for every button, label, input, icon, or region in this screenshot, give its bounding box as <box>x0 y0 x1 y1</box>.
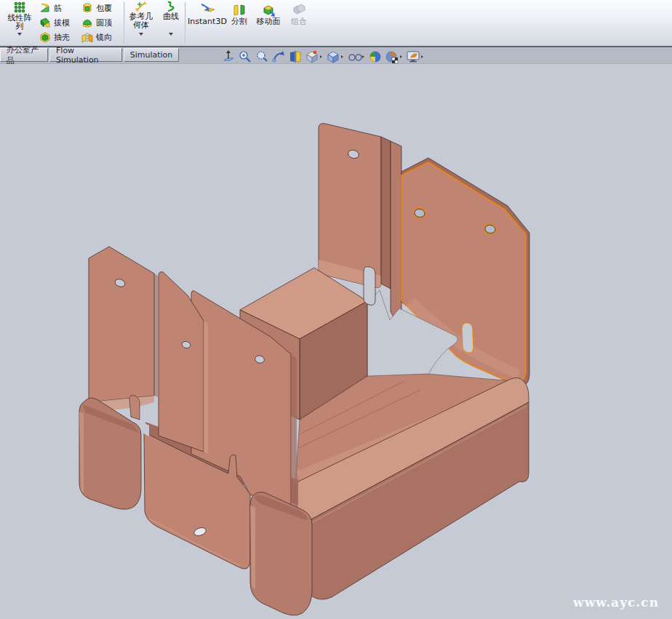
plate-a-face[interactable] <box>89 247 154 402</box>
dome-label: 圆顶 <box>96 17 112 28</box>
toolbar-separator <box>124 2 125 43</box>
combine-button: 组合 <box>287 3 311 26</box>
edit-appearance-icon[interactable] <box>367 49 383 65</box>
right-plate-notch <box>462 323 473 353</box>
features-toolbar: 线性阵列 筋 拔模 抽壳 <box>0 0 672 47</box>
tab-office-products[interactable]: 办公室产品 <box>0 48 48 62</box>
reference-geometry-button[interactable]: 参考几何体 <box>126 1 156 36</box>
view-settings-icon[interactable] <box>405 49 425 65</box>
tab-simulation[interactable]: Simulation <box>124 48 179 62</box>
linear-pattern-label: 线性阵列 <box>7 14 33 31</box>
shell-icon <box>39 31 51 43</box>
draft-label: 拔模 <box>54 17 70 28</box>
headsup-view-toolbar <box>220 49 425 65</box>
zoom-in-out-icon[interactable] <box>254 49 270 65</box>
move-face-label: 移动面 <box>257 17 281 26</box>
plate-b-edge <box>204 321 208 454</box>
chevron-down-icon[interactable] <box>139 33 143 36</box>
mirror-icon <box>81 31 93 43</box>
curves-label: 曲线 <box>163 12 179 21</box>
section-view-icon[interactable] <box>287 49 303 65</box>
wrap-icon <box>81 2 93 14</box>
fold-strip[interactable] <box>391 141 401 333</box>
shell-label: 抽壳 <box>54 32 70 43</box>
tab-flow-simulation[interactable]: Flow Simulation <box>49 48 122 62</box>
shell-button[interactable]: 抽壳 <box>39 30 70 44</box>
rib-button[interactable]: 筋 <box>39 1 62 15</box>
mirror-label: 镜向 <box>96 32 112 43</box>
plate-c-fold <box>291 354 297 511</box>
curves-icon <box>164 1 177 12</box>
fold-strip[interactable] <box>381 137 391 289</box>
reference-geometry-icon <box>135 1 148 12</box>
split-label: 分割 <box>231 17 247 26</box>
graphics-area[interactable] <box>0 0 672 619</box>
plate-a-fold <box>154 273 158 397</box>
move-face-icon <box>261 3 276 17</box>
tab-label: Simulation <box>130 50 173 60</box>
combine-label: 组合 <box>291 17 307 26</box>
instant3d-label: Instant3D <box>188 17 227 26</box>
instant3d-icon <box>199 3 216 17</box>
toolbar-separator <box>185 2 186 43</box>
zoom-to-fit-icon[interactable] <box>220 49 236 65</box>
draft-button[interactable]: 拔模 <box>39 15 70 30</box>
view-orientation-icon[interactable] <box>304 49 324 65</box>
display-style-icon[interactable] <box>325 49 345 65</box>
wrap-label: 包覆 <box>96 3 112 14</box>
sheet-metal-part[interactable] <box>79 124 529 615</box>
zoom-to-area-icon[interactable] <box>237 49 253 65</box>
chevron-down-icon[interactable] <box>17 33 22 36</box>
apply-scene-icon[interactable] <box>384 49 404 65</box>
wrap-button[interactable]: 包覆 <box>81 1 112 15</box>
left-box-tab <box>129 396 140 420</box>
chevron-down-icon[interactable] <box>169 33 173 36</box>
linear-pattern-button[interactable]: 线性阵列 <box>3 1 36 36</box>
draft-icon <box>39 17 51 28</box>
split-icon <box>232 3 247 17</box>
linear-pattern-icon <box>13 1 26 14</box>
solidworks-window: www.ayc.cn 线性阵列 筋 <box>0 0 672 619</box>
curves-button[interactable]: 曲线 <box>158 1 184 36</box>
rib-label: 筋 <box>54 3 62 14</box>
instant3d-button[interactable]: Instant3D <box>188 3 227 26</box>
dome-button[interactable]: 圆顶 <box>81 15 112 30</box>
hide-show-items-icon[interactable] <box>346 49 367 65</box>
rib-icon <box>39 2 51 14</box>
combine-icon <box>292 3 306 17</box>
tab-label: Flow Simulation <box>56 46 116 65</box>
dome-icon <box>81 17 93 28</box>
keyhole-slot <box>364 267 375 305</box>
reference-geometry-label: 参考几何体 <box>127 12 156 30</box>
mirror-button[interactable]: 镜向 <box>81 30 112 44</box>
watermark: www.ayc.cn <box>573 595 659 610</box>
move-face-button[interactable]: 移动面 <box>252 3 284 26</box>
split-button[interactable]: 分割 <box>228 3 251 26</box>
rotate-view-icon[interactable] <box>271 49 287 65</box>
tab-label: 办公室产品 <box>7 44 41 66</box>
